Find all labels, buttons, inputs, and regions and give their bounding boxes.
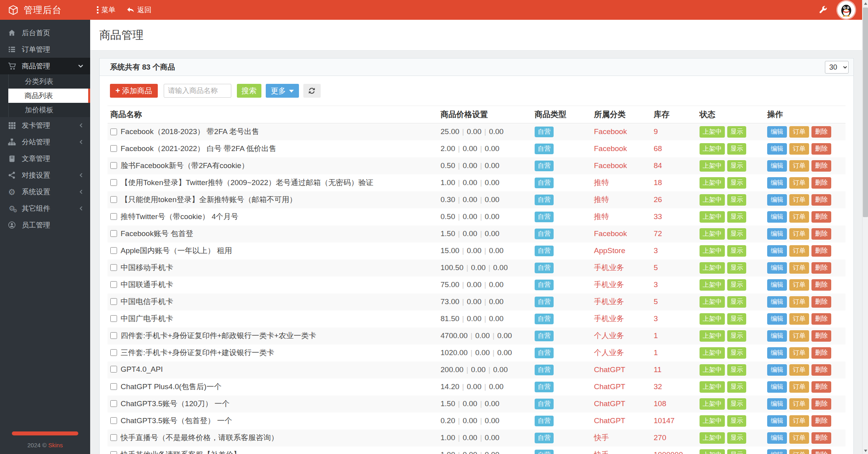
edit-button[interactable]: 编辑 — [767, 211, 787, 223]
search-button[interactable]: 搜索 — [237, 84, 261, 98]
row-checkbox[interactable] — [110, 281, 117, 288]
row-checkbox[interactable] — [110, 179, 117, 186]
edit-button[interactable]: 编辑 — [767, 228, 787, 240]
product-category-link[interactable]: 手机业务 — [594, 263, 624, 272]
status-visible-badge[interactable]: 显示 — [727, 262, 746, 274]
row-checkbox[interactable] — [110, 417, 117, 424]
product-category-link[interactable]: 个人业务 — [594, 331, 624, 340]
status-visible-badge[interactable]: 显示 — [727, 296, 746, 308]
status-onsale-badge[interactable]: 上架中 — [700, 313, 725, 325]
edit-button[interactable]: 编辑 — [767, 126, 787, 138]
status-onsale-badge[interactable]: 上架中 — [700, 245, 725, 257]
status-onsale-badge[interactable]: 上架中 — [700, 364, 725, 376]
row-checkbox[interactable] — [110, 298, 117, 305]
order-button[interactable]: 订单 — [789, 347, 809, 359]
scroll-up-arrow[interactable] — [862, 0, 868, 7]
status-visible-badge[interactable]: 显示 — [727, 415, 746, 427]
status-onsale-badge[interactable]: 上架中 — [700, 432, 725, 444]
row-checkbox[interactable] — [110, 247, 117, 254]
sidebar-item-dashboard[interactable]: 后台首页 — [0, 25, 90, 41]
delete-button[interactable]: 删除 — [811, 347, 831, 359]
row-checkbox[interactable] — [110, 451, 117, 454]
status-visible-badge[interactable]: 显示 — [727, 449, 746, 454]
sidebar-item-product-list[interactable]: 商品列表 — [8, 89, 90, 103]
edit-button[interactable]: 编辑 — [767, 160, 787, 172]
order-button[interactable]: 订单 — [789, 415, 809, 427]
order-button[interactable]: 订单 — [789, 194, 809, 206]
order-button[interactable]: 订单 — [789, 177, 809, 189]
edit-button[interactable]: 编辑 — [767, 398, 787, 410]
edit-button[interactable]: 编辑 — [767, 313, 787, 325]
row-checkbox[interactable] — [110, 264, 117, 271]
delete-button[interactable]: 删除 — [811, 432, 831, 444]
delete-button[interactable]: 删除 — [811, 160, 831, 172]
delete-button[interactable]: 删除 — [811, 126, 831, 138]
status-onsale-badge[interactable]: 上架中 — [700, 398, 725, 410]
sidebar-item-other-components[interactable]: ⚙⚙ 其它组件 — [0, 200, 90, 217]
edit-button[interactable]: 编辑 — [767, 194, 787, 206]
product-category-link[interactable]: ChatGPT — [594, 382, 625, 391]
order-button[interactable]: 订单 — [789, 381, 809, 393]
delete-button[interactable]: 删除 — [811, 211, 831, 223]
status-onsale-badge[interactable]: 上架中 — [700, 279, 725, 291]
product-category-link[interactable]: AppStore — [594, 246, 625, 255]
status-visible-badge[interactable]: 显示 — [727, 177, 746, 189]
edit-button[interactable]: 编辑 — [767, 143, 787, 155]
product-category-link[interactable]: 推特 — [594, 212, 609, 221]
refresh-button[interactable] — [303, 84, 321, 98]
product-category-link[interactable]: 手机业务 — [594, 297, 624, 306]
status-visible-badge[interactable]: 显示 — [727, 398, 746, 410]
menu-toggle[interactable]: 菜单 — [97, 5, 115, 15]
status-onsale-badge[interactable]: 上架中 — [700, 177, 725, 189]
status-onsale-badge[interactable]: 上架中 — [700, 211, 725, 223]
row-checkbox[interactable] — [110, 332, 117, 339]
search-input[interactable] — [164, 84, 231, 98]
order-button[interactable]: 订单 — [789, 126, 809, 138]
more-dropdown-button[interactable]: 更多 — [266, 84, 299, 98]
status-onsale-badge[interactable]: 上架中 — [700, 381, 725, 393]
back-link[interactable]: 返回 — [127, 5, 151, 15]
row-checkbox[interactable] — [110, 349, 117, 356]
add-product-button[interactable]: +添加商品 — [110, 84, 158, 98]
status-visible-badge[interactable]: 显示 — [727, 279, 746, 291]
delete-button[interactable]: 删除 — [811, 449, 831, 454]
product-category-link[interactable]: 快手 — [594, 433, 609, 442]
sidebar-item-products[interactable]: 商品管理 — [0, 58, 90, 74]
edit-button[interactable]: 编辑 — [767, 245, 787, 257]
order-button[interactable]: 订单 — [789, 262, 809, 274]
qq-penguin-avatar[interactable] — [838, 1, 855, 19]
delete-button[interactable]: 删除 — [811, 245, 831, 257]
order-button[interactable]: 订单 — [789, 160, 809, 172]
sidebar-item-orders[interactable]: 订单管理 — [0, 41, 90, 58]
delete-button[interactable]: 删除 — [811, 364, 831, 376]
row-checkbox[interactable] — [110, 366, 117, 373]
row-checkbox[interactable] — [110, 213, 117, 220]
product-category-link[interactable]: Facebook — [594, 144, 627, 153]
order-button[interactable]: 订单 — [789, 211, 809, 223]
status-visible-badge[interactable]: 显示 — [727, 313, 746, 325]
edit-button[interactable]: 编辑 — [767, 432, 787, 444]
delete-button[interactable]: 删除 — [811, 143, 831, 155]
order-button[interactable]: 订单 — [789, 279, 809, 291]
status-onsale-badge[interactable]: 上架中 — [700, 296, 725, 308]
row-checkbox[interactable] — [110, 230, 117, 237]
status-onsale-badge[interactable]: 上架中 — [700, 194, 725, 206]
edit-button[interactable]: 编辑 — [767, 279, 787, 291]
status-visible-badge[interactable]: 显示 — [727, 143, 746, 155]
scrollbar-thumb[interactable] — [863, 8, 868, 217]
order-button[interactable]: 订单 — [789, 143, 809, 155]
status-visible-badge[interactable]: 显示 — [727, 211, 746, 223]
status-onsale-badge[interactable]: 上架中 — [700, 347, 725, 359]
status-visible-badge[interactable]: 显示 — [727, 160, 746, 172]
delete-button[interactable]: 删除 — [811, 279, 831, 291]
status-visible-badge[interactable]: 显示 — [727, 245, 746, 257]
status-visible-badge[interactable]: 显示 — [727, 364, 746, 376]
edit-button[interactable]: 编辑 — [767, 177, 787, 189]
per-page-select[interactable]: 30 — [825, 61, 849, 74]
status-visible-badge[interactable]: 显示 — [727, 194, 746, 206]
edit-button[interactable]: 编辑 — [767, 347, 787, 359]
status-visible-badge[interactable]: 显示 — [727, 330, 746, 342]
order-button[interactable]: 订单 — [789, 330, 809, 342]
order-button[interactable]: 订单 — [789, 449, 809, 454]
edit-button[interactable]: 编辑 — [767, 262, 787, 274]
